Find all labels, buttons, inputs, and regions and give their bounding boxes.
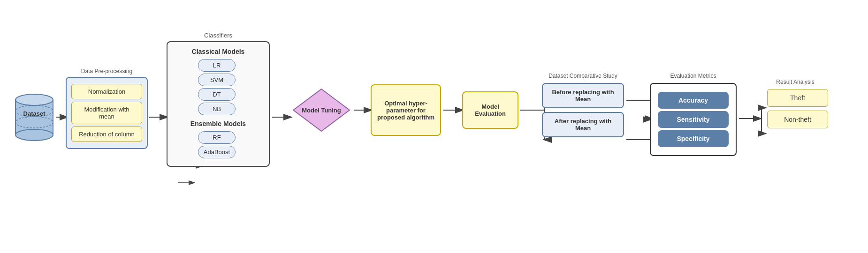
evaluation-metrics-label: Evaluation Metrics (650, 73, 737, 79)
model-svm: SVM (198, 74, 236, 86)
model-dt: DT (198, 88, 236, 101)
classifiers-outer-box: Classical Models LR SVM DT NB Ensemble M… (167, 41, 270, 167)
comparative-label: Dataset Comparative Study (542, 73, 624, 79)
preprocessing-label: Data Pre-processing (66, 68, 148, 74)
classifiers-label: Classifiers (167, 32, 270, 39)
metrics-box: Accuracy Sensitivity Specificity (650, 83, 737, 156)
model-evaluation-box: Model Evaluation (462, 91, 518, 129)
diagram: Dataset Data Pre-processing Normalizatio… (0, 0, 868, 253)
result-analysis-section: Result Analysis Theft Non-theft (762, 79, 828, 128)
before-replacing: Before replacing with Mean (542, 83, 624, 108)
ensemble-models-label: Ensemble Models (175, 120, 262, 127)
result-analysis-label: Result Analysis (762, 79, 828, 85)
prep-modification: Modification with mean (71, 102, 142, 124)
metric-accuracy: Accuracy (658, 92, 729, 109)
classical-models-label: Classical Models (175, 48, 262, 55)
optimal-box: Optimal hyper-parameter for proposed alg… (371, 84, 441, 136)
result-theft: Theft (767, 89, 828, 107)
prep-normalization: Normalization (71, 84, 142, 99)
result-non-theft: Non-theft (767, 111, 828, 128)
model-rf: RF (198, 131, 236, 144)
comparative-section: Dataset Comparative Study Before replaci… (542, 73, 624, 137)
classifiers-section: Classifiers Classical Models LR SVM DT N… (167, 32, 270, 167)
result-items: Theft Non-theft (767, 89, 828, 128)
after-replacing: After replacing with Mean (542, 112, 624, 137)
model-adaboost: AdaBoost (198, 146, 236, 158)
evaluation-metrics-section: Evaluation Metrics Accuracy Sensitivity … (650, 73, 737, 156)
svg-point-28 (15, 129, 53, 141)
dataset-cylinder (13, 91, 55, 143)
model-nb: NB (198, 103, 236, 115)
preprocessing-section: Data Pre-processing Normalization Modifi… (66, 68, 148, 149)
metric-specificity: Specificity (658, 130, 729, 147)
prep-reduction: Reduction of column (71, 126, 142, 142)
model-tuning-diamond: Model Tuning (291, 87, 352, 134)
dataset-label: Dataset (13, 110, 55, 117)
comparative-items: Before replacing with Mean After replaci… (542, 83, 624, 137)
model-lr: LR (198, 59, 236, 72)
metric-sensitivity: Sensitivity (658, 111, 729, 128)
svg-point-27 (15, 94, 53, 105)
preprocessing-box: Normalization Modification with mean Red… (66, 77, 148, 149)
model-tuning-label: Model Tuning (300, 107, 343, 114)
